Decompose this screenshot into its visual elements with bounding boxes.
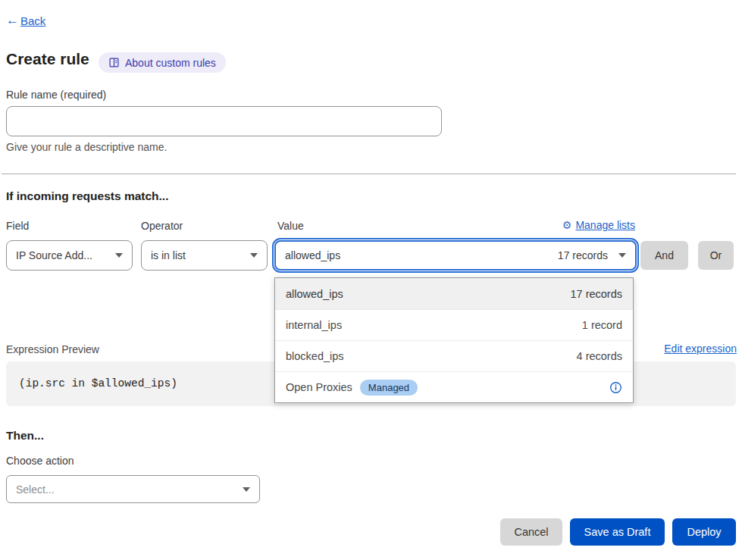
list-record-count: 1 record <box>582 319 622 331</box>
choose-action-label: Choose action <box>6 455 74 467</box>
expression-preview-label: Expression Preview <box>6 343 99 355</box>
manage-lists-link[interactable]: ⚙ Manage lists <box>562 219 635 231</box>
chevron-down-icon <box>250 253 258 258</box>
action-select[interactable]: Select... <box>6 475 260 503</box>
operator-select-value: is in list <box>151 249 186 261</box>
about-custom-rules-label: About custom rules <box>125 57 216 69</box>
list-record-count: 4 records <box>577 350 622 362</box>
info-icon[interactable] <box>609 381 622 394</box>
back-arrow-icon: ← <box>6 13 19 28</box>
or-button[interactable]: Or <box>698 241 734 270</box>
chevron-down-icon <box>618 253 626 258</box>
section-divider <box>2 174 736 174</box>
dropdown-item-blocked-ips[interactable]: blocked_ips 4 records <box>275 340 633 371</box>
dropdown-item-open-proxies[interactable]: Open Proxies Managed <box>275 371 633 402</box>
value-select-value: allowed_ips <box>285 249 340 261</box>
gear-icon: ⚙ <box>562 220 572 230</box>
value-select[interactable]: allowed_ips 17 records <box>274 240 637 271</box>
value-select-record-count: 17 records <box>558 249 608 261</box>
value-column-label: Value <box>277 220 304 232</box>
create-rule-page: ← Back Create rule About custom rules Ru… <box>0 0 742 560</box>
deploy-button[interactable]: Deploy <box>672 518 736 546</box>
back-link[interactable]: ← Back <box>6 13 45 28</box>
managed-badge: Managed <box>360 380 418 396</box>
cancel-button[interactable]: Cancel <box>500 518 562 546</box>
save-as-draft-button[interactable]: Save as Draft <box>570 518 665 546</box>
rule-name-helper-text: Give your rule a descriptive name. <box>6 141 167 153</box>
manage-lists-label: Manage lists <box>575 219 635 231</box>
expression-code: (ip.src in $allowed_ips) <box>19 377 177 389</box>
operator-column-label: Operator <box>141 220 183 232</box>
book-icon <box>108 57 120 68</box>
value-dropdown-panel: allowed_ips 17 records internal_ips 1 re… <box>274 277 634 403</box>
action-select-placeholder: Select... <box>16 483 55 496</box>
dropdown-item-allowed-ips[interactable]: allowed_ips 17 records <box>275 278 633 309</box>
edit-expression-link[interactable]: Edit expression <box>664 343 737 355</box>
field-select-value: IP Source Add... <box>16 249 92 261</box>
match-section-heading: If incoming requests match... <box>6 189 168 203</box>
and-button[interactable]: And <box>640 241 688 270</box>
list-name: allowed_ips <box>286 288 343 300</box>
page-title: Create rule <box>6 50 89 68</box>
about-custom-rules-link[interactable]: About custom rules <box>99 52 226 73</box>
then-section-heading: Then... <box>6 429 44 443</box>
rule-name-label: Rule name (required) <box>6 89 106 101</box>
rule-name-input[interactable] <box>6 106 442 136</box>
dropdown-item-internal-ips[interactable]: internal_ips 1 record <box>275 309 633 340</box>
list-record-count: 17 records <box>570 288 622 300</box>
field-column-label: Field <box>6 220 29 232</box>
operator-select[interactable]: is in list <box>141 240 268 271</box>
chevron-down-icon <box>243 487 250 492</box>
list-name: internal_ips <box>286 319 342 331</box>
chevron-down-icon <box>115 253 123 258</box>
field-select[interactable]: IP Source Add... <box>6 240 133 271</box>
list-name: blocked_ips <box>286 350 344 362</box>
back-link-label: Back <box>20 14 45 27</box>
list-name: Open Proxies <box>286 381 352 393</box>
